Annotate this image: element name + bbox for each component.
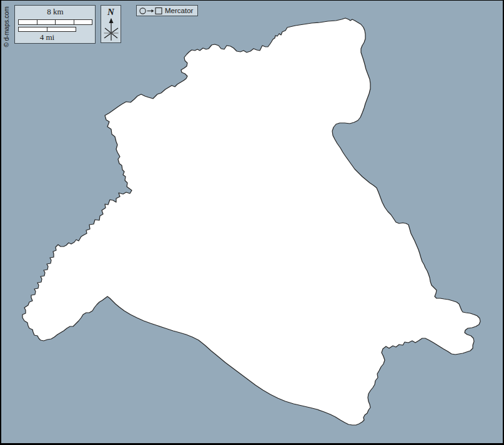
compass-panel: N <box>101 5 121 43</box>
region-shape <box>22 18 480 425</box>
scale-km-segment <box>74 20 92 24</box>
scale-km-segment <box>56 20 74 24</box>
map-canvas: 8 km 4 mi N Mercator © d-maps.com <box>0 0 504 445</box>
scale-km-bar <box>18 19 92 25</box>
compass-rose-icon <box>101 6 122 42</box>
scale-mi-bar <box>18 27 76 32</box>
scale-bar-panel: 8 km 4 mi <box>14 5 96 44</box>
projection-label: Mercator <box>165 7 193 14</box>
scale-mi-segment <box>19 27 47 31</box>
projection-panel: Mercator <box>136 5 198 16</box>
scale-km-segment <box>37 20 56 24</box>
region-outline-svg <box>1 1 503 443</box>
circle-to-square-icon <box>139 7 162 15</box>
scale-km-label: 8 km <box>18 7 92 16</box>
scale-km-segment <box>19 20 37 24</box>
scale-mi-segment <box>47 27 76 31</box>
scale-mi-label: 4 mi <box>18 33 76 42</box>
dmaps-credit: © d-maps.com <box>3 4 11 49</box>
